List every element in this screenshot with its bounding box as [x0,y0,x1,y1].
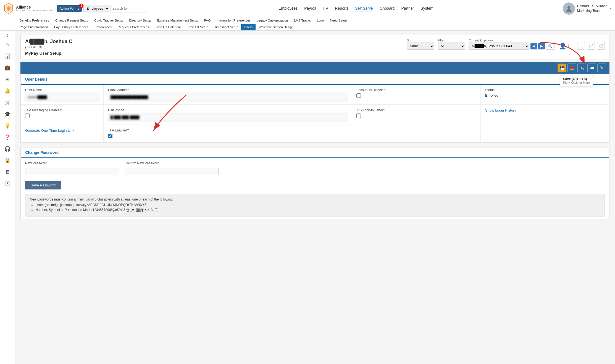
sort-select[interactable]: Name [407,43,434,50]
save-tooltip-sub: Right-Click for More [563,81,590,84]
sidebar-cart-icon[interactable]: 🛒 [2,97,12,107]
sidebar-lock-icon[interactable]: 🔒 [2,155,12,165]
sidebar-home-icon[interactable]: ⌂ [2,39,12,49]
sidebar-headset-icon[interactable]: 🎧 [2,144,12,154]
sidebar-bell-icon[interactable]: 🔔 [2,86,12,96]
current-employee-select[interactable]: Al████h, Joshua C 50043 [469,43,529,50]
show-login-history-link[interactable]: Show Login History [485,108,516,112]
email-cell: Email Address [104,85,352,105]
irs-lockin-cell: IRS Lock-In Letter? [352,105,481,125]
filter-label: Filter [438,39,465,42]
sidebar-lightbulb-icon[interactable]: 💡 [2,121,12,131]
sub-navigation: Benefits Preferences Change Request Setu… [0,17,615,31]
subnav-timesheet-setup[interactable]: Timesheet Setup [211,24,241,30]
subnav-page-customization[interactable]: Page Customization [17,24,51,30]
sidebar-question-icon[interactable]: ❓ [2,132,12,142]
employee-header: Al████h, Joshua C ( 50043 👁 ) MyPay User… [20,35,609,59]
text-messaging-checkbox[interactable] [25,114,30,118]
user-details-row1: User Name Email Address Account is Disab… [21,85,609,105]
subnav-need-setup[interactable]: Need Setup [327,17,350,24]
account-disabled-label: Account is Disabled [356,88,476,92]
subnav-benefits-preferences[interactable]: Benefits Preferences [17,17,52,24]
nav-self-serve[interactable]: Self Serve [355,5,373,12]
prev-employee-button[interactable]: ◀ [530,43,537,49]
add-user-button[interactable]: 👤+ [559,43,570,50]
generate-login-link[interactable]: Generate One-Time Login Link [25,128,74,133]
sidebar-clock-icon[interactable]: 🕐 [2,179,12,189]
confirm-password-label: Confirm New Password [125,161,219,165]
status-label: Status [485,88,605,92]
password-rule1: Letter (abcdefghijklmnopqrstuvwxyzABCDEF… [35,203,600,207]
username-label: User Name [25,88,99,92]
subnav-time-off-setup[interactable]: Time Off Setup [184,24,211,30]
subnav-legacy-customization[interactable]: Legacy Customization [254,17,291,24]
grid-view-icon[interactable]: ⊞ [577,42,585,50]
login-history-cell: Show Login History [481,105,609,125]
sidebar-graduation-icon[interactable]: 🎓 [2,109,12,119]
next-employee-button[interactable]: ▶ [538,43,545,49]
email-input[interactable] [108,93,347,101]
save-button[interactable]: 💾 [558,64,566,72]
subnav-information-preferences[interactable]: Information Preferences [214,17,254,24]
sidebar-briefcase-icon[interactable]: 💼 [2,63,12,73]
save-password-button[interactable]: Save Password [25,181,61,189]
sidebar-chart-icon[interactable]: 📊 [2,51,12,61]
nav-system[interactable]: System [420,5,433,12]
nav-partner[interactable]: Partner [401,5,414,12]
irs-lockin-checkbox[interactable] [356,114,361,118]
main-content: Al████h, Joshua C ( 50043 👁 ) MyPay User… [15,31,615,364]
user-details-row3: Generate One-Time Login Link TFA Enabled… [21,125,609,143]
subnav-change-request-setup[interactable]: Change Request Setup [52,17,91,24]
subnav-logo[interactable]: Logo [314,17,327,24]
nav-onboard[interactable]: Onboard [380,5,395,12]
subnav-preferences[interactable]: Preferences [91,24,115,30]
password-rules-text: New passwords must contain a minimum of … [30,197,600,201]
employee-search-button[interactable]: 🔍 [546,43,554,50]
confirm-password-input[interactable] [125,168,219,175]
search-input[interactable] [111,5,149,12]
tfa-checkbox[interactable] [108,134,112,138]
print-button[interactable]: 🖨 [577,64,586,72]
action-forms-button[interactable]: Action Forms 2 [57,5,82,12]
account-disabled-checkbox[interactable] [356,93,361,98]
subnav-lms-tracks[interactable]: LMS Tracks [291,17,314,24]
svg-text:A: A [8,7,9,10]
password-rules: New passwords must contain a minimum of … [25,194,605,217]
empty-cell2 [481,125,609,143]
user-menu-chevron[interactable]: ▼ [609,7,612,10]
subnav-faq[interactable]: FAQ [201,17,214,24]
tfa-cell: TFA Enabled? [104,125,352,143]
subnav-welcome-screen-design[interactable]: Welcome Screen Design [256,24,296,30]
subnav-users[interactable]: Users [241,24,256,30]
nav-employees[interactable]: Employees [278,5,298,12]
nav-hr[interactable]: HR [323,5,328,12]
nav-payroll[interactable]: Payroll [304,5,316,12]
username-input[interactable] [25,93,99,101]
send-button[interactable]: 📨 [587,64,596,72]
nav-reports[interactable]: Reports [335,5,348,12]
subnav-time-off-calendar[interactable]: Time Off Calendar [152,24,184,30]
subnav-requests-preferences[interactable]: Requests Preferences [115,24,152,30]
subnav-pay-history-preferences[interactable]: Pay History Preferences [51,24,91,30]
user-details-form-row3: Generate One-Time Login Link TFA Enabled… [21,125,609,143]
save-tooltip: Save (CTRL+S) Right-Click for More [560,75,593,86]
sub-nav-row2: Page Customization Pay History Preferenc… [0,24,615,30]
filter-select[interactable]: All [438,43,465,50]
refresh-button[interactable]: ↻ [597,64,606,72]
sort-label: Sort [407,39,434,42]
sort-field-group: Sort Name [407,39,434,50]
subnav-directory-setup[interactable]: Directory Setup [126,17,154,24]
document-view-icon[interactable]: 📄 [587,42,595,50]
export-button[interactable]: 📤 [567,64,576,72]
search-area: Employees [83,5,149,12]
eye-icon[interactable]: 👁 [39,45,43,49]
history-view-icon[interactable]: 🕐 [597,42,605,50]
employee-type-select[interactable]: Employees [83,5,109,12]
subnav-expense-management-setup[interactable]: Expense Management Setup [154,17,201,24]
new-password-input[interactable] [25,168,119,175]
sidebar-monitor-icon[interactable]: 🖥 [2,167,12,177]
cell-phone-input[interactable] [108,114,347,121]
sidebar-grid-icon[interactable]: ⊞ [2,74,12,84]
sidebar-expand-button[interactable]: ❯ [6,33,9,38]
subnav-covid-tracker-setup[interactable]: Covid Tracker Setup [91,17,126,24]
